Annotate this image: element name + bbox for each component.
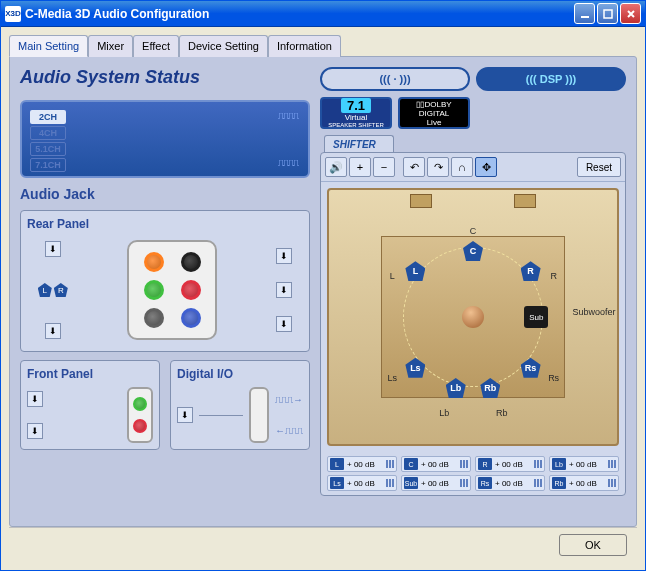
wave-out-icon: ⎍⎍⎍⎍ <box>278 110 298 121</box>
level-c[interactable]: C+ 00 dB <box>401 456 471 472</box>
virtual-71-button[interactable]: 7.1 Virtual SPEAKER SHIFTER <box>320 97 392 129</box>
tab-main-setting[interactable]: Main Setting <box>9 35 88 57</box>
level-meters: L+ 00 dBC+ 00 dBR+ 00 dBLb+ 00 dBLs+ 00 … <box>321 452 625 495</box>
digital-in-icon: ←⎍⎍⎍ <box>275 425 303 436</box>
rear-right-toggle-3[interactable]: ⬇ <box>276 316 292 332</box>
reset-button[interactable]: Reset <box>577 157 621 177</box>
speaker-label-rb: Rb <box>496 408 508 418</box>
speaker-room[interactable]: LLCCRRLsLsLbLbRbRbRsRsSubSubwoofer <box>327 188 619 446</box>
app-icon: X3D <box>5 6 21 22</box>
level-rs[interactable]: Rs+ 00 dB <box>475 475 545 491</box>
dsp-button[interactable]: ((( DSP ))) <box>476 67 626 91</box>
channel-51ch[interactable]: 5.1CH <box>30 142 66 156</box>
rear-jack-2[interactable] <box>181 252 201 272</box>
level-l[interactable]: L+ 00 dB <box>327 456 397 472</box>
app-window: X3D C-Media 3D Audio Configuration Main … <box>0 0 646 571</box>
front-right-monitor-icon <box>514 194 536 208</box>
front-toggle-1[interactable]: ⬇ <box>27 391 43 407</box>
tab-device-setting[interactable]: Device Setting <box>179 35 268 57</box>
rear-jack-plate <box>127 240 217 340</box>
tab-information[interactable]: Information <box>268 35 341 57</box>
digital-out-icon: ⎍⎍⎍→ <box>275 394 303 405</box>
close-button[interactable] <box>620 3 641 24</box>
digital-io-group: Digital I/O ⬇ ⎍⎍⎍→ ←⎍⎍⎍ <box>170 360 310 450</box>
main-panel: Audio System Status 2CH 4CH 5.1CH 7.1CH … <box>9 56 637 527</box>
tab-mixer[interactable]: Mixer <box>88 35 133 57</box>
manual-move-icon[interactable]: ✥ <box>475 157 497 177</box>
digital-plate <box>249 387 269 443</box>
window-title: C-Media 3D Audio Configuration <box>25 7 574 21</box>
status-box: 2CH 4CH 5.1CH 7.1CH ⎍⎍⎍⎍ ⎍⎍⎍⎍ <box>20 100 310 178</box>
rotate-ccw-icon[interactable]: ↶ <box>403 157 425 177</box>
rear-panel-group: Rear Panel ⬇ LR ⬇ <box>20 210 310 352</box>
speaker-test-button[interactable]: ((( · ))) <box>320 67 470 91</box>
tabstrip: Main Setting Mixer Effect Device Setting… <box>9 35 637 57</box>
tab-effect[interactable]: Effect <box>133 35 179 57</box>
wave-in-icon: ⎍⎍⎍⎍ <box>278 157 298 168</box>
shifter-tab[interactable]: SHIFTER <box>324 135 394 153</box>
front-toggle-2[interactable]: ⬇ <box>27 423 43 439</box>
level-lb[interactable]: Lb+ 00 dB <box>549 456 619 472</box>
rear-jack-4[interactable] <box>181 280 201 300</box>
digital-io-title: Digital I/O <box>177 367 303 381</box>
speaker-label-r: R <box>550 271 557 281</box>
svg-rect-1 <box>604 10 612 18</box>
zoom-in-icon[interactable]: + <box>349 157 371 177</box>
rotate-cw-icon[interactable]: ↷ <box>427 157 449 177</box>
lr-speaker-icon: LR <box>38 283 68 297</box>
status-title: Audio System Status <box>20 67 310 88</box>
front-jack-red[interactable] <box>133 419 147 433</box>
channel-71ch[interactable]: 7.1CH <box>30 158 66 172</box>
rear-jack-3[interactable] <box>144 280 164 300</box>
maximize-button[interactable] <box>597 3 618 24</box>
headphone-icon[interactable]: ∩ <box>451 157 473 177</box>
speaker-label-c: C <box>470 226 477 236</box>
front-jack-green[interactable] <box>133 397 147 411</box>
front-left-monitor-icon <box>410 194 432 208</box>
level-sub[interactable]: Sub+ 00 dB <box>401 475 471 491</box>
rear-jack-5[interactable] <box>144 308 164 328</box>
shifter-box: 🔊 + − ↶ ↷ ∩ ✥ Reset <box>320 152 626 496</box>
shifter-toolbar: 🔊 + − ↶ ↷ ∩ ✥ Reset <box>321 153 625 182</box>
audiojack-title: Audio Jack <box>20 186 310 202</box>
subwoofer-label: Subwoofer <box>572 307 615 317</box>
subwoofer-node[interactable]: Sub <box>524 306 548 328</box>
listener-head-icon[interactable] <box>462 306 484 328</box>
zoom-out-icon[interactable]: − <box>373 157 395 177</box>
minimize-button[interactable] <box>574 3 595 24</box>
dolby-digital-live-button[interactable]: ▯▯DOLBY DIGITAL Live <box>398 97 470 129</box>
rear-jack-6[interactable] <box>181 308 201 328</box>
front-panel-title: Front Panel <box>27 367 153 381</box>
level-r[interactable]: R+ 00 dB <box>475 456 545 472</box>
rear-jack-1[interactable] <box>144 252 164 272</box>
rear-left-top-toggle[interactable]: ⬇ <box>45 241 61 257</box>
speaker-label-lb: Lb <box>439 408 449 418</box>
rear-panel-title: Rear Panel <box>27 217 303 231</box>
rear-right-toggle-1[interactable]: ⬇ <box>276 248 292 264</box>
front-panel-group: Front Panel ⬇ ⬇ <box>20 360 160 450</box>
speaker-label-rs: Rs <box>548 373 559 383</box>
titlebar[interactable]: X3D C-Media 3D Audio Configuration <box>1 1 645 27</box>
svg-rect-0 <box>581 16 589 18</box>
ok-button[interactable]: OK <box>559 534 627 556</box>
speaker-label-ls: Ls <box>388 373 398 383</box>
digital-toggle[interactable]: ⬇ <box>177 407 193 423</box>
speaker-label-l: L <box>390 271 395 281</box>
level-rb[interactable]: Rb+ 00 dB <box>549 475 619 491</box>
level-ls[interactable]: Ls+ 00 dB <box>327 475 397 491</box>
rear-right-toggle-2[interactable]: ⬇ <box>276 282 292 298</box>
speaker-icon[interactable]: 🔊 <box>325 157 347 177</box>
channel-2ch[interactable]: 2CH <box>30 110 66 124</box>
channel-4ch[interactable]: 4CH <box>30 126 66 140</box>
rear-left-bottom-toggle[interactable]: ⬇ <box>45 323 61 339</box>
front-jack-plate <box>127 387 153 443</box>
